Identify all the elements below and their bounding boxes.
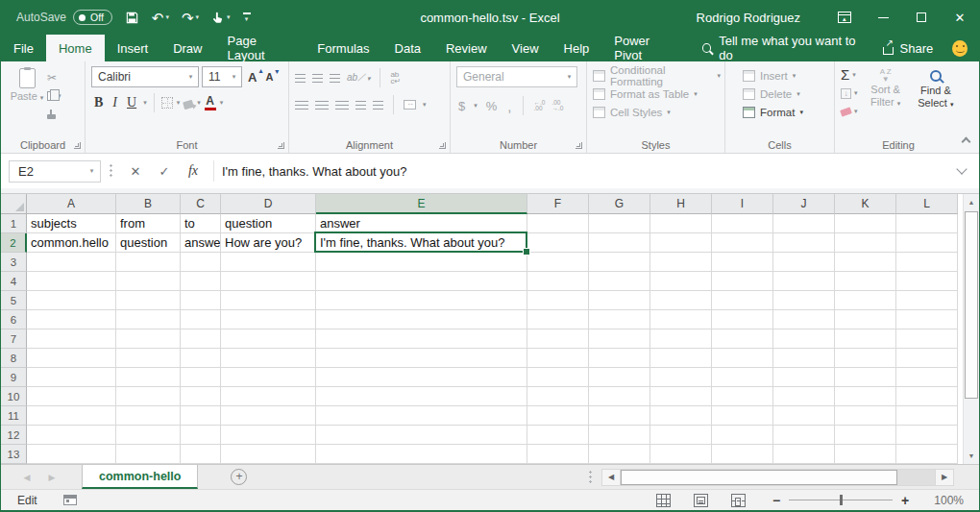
find-select-button[interactable]: Find & Select ▾: [914, 66, 958, 119]
tab-power-pivot[interactable]: Power Pivot: [601, 35, 688, 61]
cut-button[interactable]: ✂: [47, 70, 61, 85]
paste-button[interactable]: Paste ▾: [7, 66, 47, 122]
feedback-smiley-icon[interactable]: [952, 40, 968, 57]
tab-help[interactable]: Help: [551, 35, 602, 61]
cell-D8[interactable]: [221, 349, 316, 368]
row-header-1[interactable]: 1: [1, 214, 27, 233]
row-header-13[interactable]: 13: [1, 445, 27, 464]
macro-record-icon[interactable]: [63, 495, 77, 505]
cell-A6[interactable]: [27, 310, 116, 329]
underline-button[interactable]: U: [124, 95, 139, 110]
cell-L11[interactable]: [896, 406, 958, 426]
cell-B13[interactable]: [116, 445, 181, 464]
row-header-9[interactable]: 9: [1, 368, 27, 387]
zoom-slider-handle[interactable]: [840, 495, 843, 505]
cell-J10[interactable]: [773, 387, 835, 406]
format-as-table-button[interactable]: Format as Table▾: [593, 85, 721, 103]
cell-H3[interactable]: [650, 253, 712, 272]
tab-data[interactable]: Data: [382, 35, 433, 61]
align-right-button[interactable]: [335, 101, 349, 110]
cell-I4[interactable]: [712, 272, 773, 291]
cell-I7[interactable]: [712, 329, 773, 349]
cell-A9[interactable]: [27, 368, 116, 387]
fill-color-dropdown-icon[interactable]: ▾: [197, 99, 201, 107]
tab-draw[interactable]: Draw: [160, 35, 214, 61]
tab-review[interactable]: Review: [433, 35, 500, 61]
cell-K11[interactable]: [835, 406, 896, 426]
cell-H7[interactable]: [650, 329, 712, 349]
cell-G9[interactable]: [589, 368, 650, 387]
cell-H10[interactable]: [650, 387, 712, 406]
grow-font-button[interactable]: A▴: [245, 70, 259, 85]
zoom-out-button[interactable]: −: [772, 494, 780, 507]
vertical-scrollbar[interactable]: ▲ ▼: [963, 194, 979, 464]
cell-K7[interactable]: [835, 329, 896, 349]
cell-D1[interactable]: question: [221, 214, 316, 233]
scroll-up-icon[interactable]: ▲: [964, 194, 979, 210]
alignment-dialog-launcher-icon[interactable]: [439, 142, 446, 149]
cell-H9[interactable]: [650, 368, 712, 387]
cell-D2[interactable]: How are you?: [221, 233, 316, 253]
cell-K12[interactable]: [835, 426, 896, 445]
borders-button[interactable]: [161, 97, 173, 109]
cell-J6[interactable]: [773, 310, 835, 329]
sheet-nav-left-icon[interactable]: ◀: [14, 465, 39, 489]
cell-A7[interactable]: [27, 329, 116, 349]
row-header-10[interactable]: 10: [1, 387, 27, 406]
cell-G5[interactable]: [589, 291, 650, 310]
ribbon-display-options-button[interactable]: [825, 0, 864, 35]
cell-G3[interactable]: [589, 253, 650, 272]
touch-mode-dropdown-icon[interactable]: ▾: [227, 13, 231, 21]
cell-K13[interactable]: [835, 445, 896, 464]
cell-B1[interactable]: from: [116, 214, 181, 233]
column-header-A[interactable]: A: [27, 194, 116, 214]
delete-cells-button[interactable]: Delete▾: [731, 85, 830, 103]
cell-E11[interactable]: [316, 406, 527, 426]
cell-F11[interactable]: [527, 406, 589, 426]
align-left-button[interactable]: [295, 101, 308, 110]
column-header-H[interactable]: H: [650, 194, 712, 214]
row-header-12[interactable]: 12: [1, 426, 27, 445]
cell-H8[interactable]: [650, 349, 712, 368]
page-break-preview-button[interactable]: [731, 494, 746, 507]
cell-E4[interactable]: [316, 272, 527, 291]
cell-K9[interactable]: [835, 368, 896, 387]
cell-G1[interactable]: [589, 214, 650, 233]
column-header-G[interactable]: G: [589, 194, 650, 214]
cell-F12[interactable]: [527, 426, 589, 445]
cell-K2[interactable]: [835, 233, 896, 253]
cell-F9[interactable]: [527, 368, 589, 387]
cell-E9[interactable]: [316, 368, 527, 387]
cell-J3[interactable]: [773, 253, 835, 272]
cell-L3[interactable]: [896, 253, 958, 272]
percent-style-button[interactable]: %: [484, 99, 500, 113]
fill-button[interactable]: ↓▾: [841, 85, 858, 101]
cell-K6[interactable]: [835, 310, 896, 329]
autosum-button[interactable]: Σ▾: [841, 67, 858, 83]
cell-F4[interactable]: [527, 272, 589, 291]
cell-C11[interactable]: [181, 406, 221, 426]
cell-A3[interactable]: [27, 253, 116, 272]
tell-me-search[interactable]: Tell me what you want to do: [702, 35, 862, 61]
comma-style-button[interactable]: ,: [505, 98, 513, 114]
cell-D3[interactable]: [221, 253, 316, 272]
sort-filter-button[interactable]: A Z▼ Sort & Filter ▾: [864, 66, 908, 119]
shrink-font-button[interactable]: A▾: [262, 71, 276, 83]
cell-C13[interactable]: [181, 445, 221, 464]
top-align-button[interactable]: [295, 74, 306, 83]
cell-B8[interactable]: [116, 349, 181, 368]
cell-F3[interactable]: [527, 253, 589, 272]
cell-C4[interactable]: [181, 272, 221, 291]
column-header-K[interactable]: K: [835, 194, 896, 214]
cell-I1[interactable]: [712, 214, 773, 233]
clear-button[interactable]: ▾: [841, 104, 858, 119]
cell-D9[interactable]: [221, 368, 316, 387]
redo-dropdown-icon[interactable]: ▾: [196, 13, 200, 21]
wrap-text-button[interactable]: abc↵: [390, 71, 401, 85]
normal-view-button[interactable]: [656, 494, 671, 507]
horizontal-scroll-thumb[interactable]: [621, 470, 897, 485]
column-header-E[interactable]: E: [316, 194, 527, 214]
cell-J11[interactable]: [773, 406, 835, 426]
cell-K10[interactable]: [835, 387, 896, 406]
cell-C2[interactable]: answer: [181, 233, 221, 253]
